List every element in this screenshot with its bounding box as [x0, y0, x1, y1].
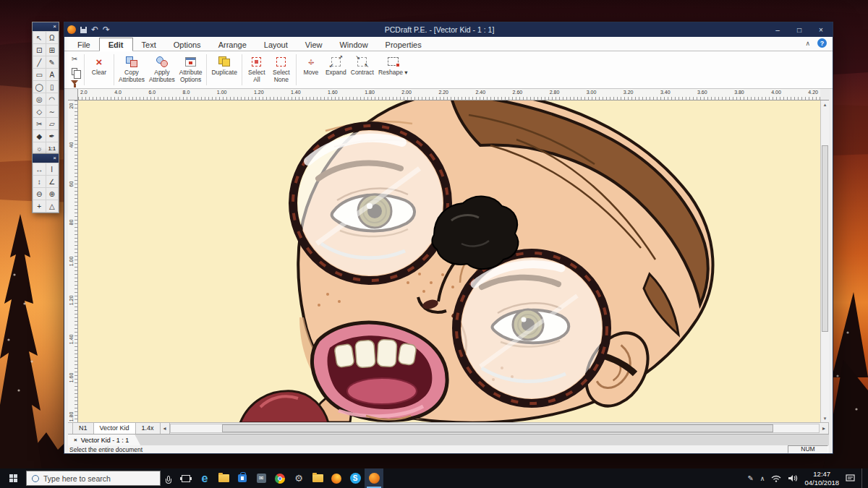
minimize-button[interactable]: – [769, 26, 786, 34]
apply-attributes-button[interactable]: ApplyAttributes [147, 53, 177, 87]
move-button[interactable]: ↔↕ Move [299, 53, 323, 87]
page-tab[interactable]: Vector Kid [94, 423, 136, 434]
crosshair-tool[interactable]: + [33, 200, 46, 212]
clear-button[interactable]: × Clear [87, 53, 111, 87]
zoom-level[interactable]: 1.4x [136, 423, 161, 434]
freehand-tool[interactable]: ✎ [46, 56, 59, 68]
taskbar-app-store[interactable] [233, 468, 252, 488]
measure-vertical-tool[interactable]: ↕ [33, 176, 46, 187]
pan-tool[interactable]: ⊞ [46, 44, 59, 56]
select-none-button[interactable]: SelectNone [269, 53, 294, 87]
title-bar[interactable]: ↶ ↷ PCDraft P.E. - [Vector Kid - 1 : 1] … [64, 22, 833, 37]
tab-view[interactable]: View [297, 38, 331, 51]
drawing-canvas[interactable] [78, 100, 820, 422]
actual-size-tool[interactable]: 1:1 [46, 142, 59, 154]
taskbar-app-settings[interactable]: ⚙ [289, 468, 308, 488]
taskbar-app-skype[interactable]: S [346, 468, 365, 488]
filter-icon[interactable] [71, 80, 78, 85]
reshape-button[interactable]: Reshape ▾ [376, 53, 410, 87]
action-center-icon[interactable] [846, 474, 855, 482]
palette-title-bar[interactable]: × [33, 154, 59, 163]
cut-icon[interactable]: ✂ [72, 55, 77, 63]
curve-tool[interactable]: ∼ [46, 106, 59, 117]
taskbar-app-pcdraft[interactable] [365, 468, 383, 488]
select-tool[interactable]: ↖ [33, 32, 46, 43]
close-icon[interactable]: × [53, 155, 56, 161]
redo-icon[interactable]: ↷ [103, 25, 110, 34]
task-view-button[interactable] [176, 468, 195, 488]
contract-button[interactable]: ↘↖ Contract [349, 53, 376, 87]
circle-tool[interactable]: ◎ [33, 93, 46, 105]
tab-edit[interactable]: Edit [99, 38, 133, 51]
measure-horizontal-tool[interactable]: ↔ [33, 163, 46, 175]
help-button[interactable]: ? [817, 38, 827, 48]
scroll-left-icon[interactable]: ◂ [161, 423, 170, 434]
taskbar-app-mail[interactable]: ✉ [252, 468, 271, 488]
copy-icon[interactable] [72, 68, 77, 75]
ribbon-collapse-icon[interactable]: ∧ [805, 40, 810, 47]
tab-properties[interactable]: Properties [377, 38, 430, 51]
tab-text[interactable]: Text [133, 38, 165, 51]
tab-options[interactable]: Options [165, 38, 210, 51]
line-tool[interactable]: ╱ [33, 56, 46, 68]
tab-window[interactable]: Window [331, 38, 376, 51]
triangle-tool[interactable]: △ [46, 200, 59, 212]
vertical-scroll-thumb[interactable] [822, 145, 828, 332]
knife-tool[interactable]: ✂ [33, 118, 46, 129]
start-button[interactable] [0, 468, 26, 488]
close-button[interactable]: × [812, 26, 830, 34]
text-tool[interactable]: A [46, 69, 59, 80]
angle-tool[interactable]: ∠ [46, 176, 59, 187]
show-desktop-button[interactable] [861, 468, 864, 488]
arc-tool[interactable]: ◠ [46, 93, 59, 105]
fill-tool[interactable]: ◆ [33, 130, 46, 142]
select-all-button[interactable]: SelectAll [244, 53, 269, 87]
page-splitter[interactable] [68, 423, 73, 434]
maximize-button[interactable]: □ [791, 26, 808, 34]
tab-file[interactable]: File [69, 38, 99, 51]
zoom-out-tool[interactable]: ⊖ [33, 188, 46, 200]
microphone-button[interactable] [161, 468, 176, 488]
duplicate-button[interactable]: Duplicate [209, 53, 239, 87]
horizontal-scrollbar[interactable] [170, 424, 820, 433]
tab-layout[interactable]: Layout [255, 38, 297, 51]
rectangle-tool[interactable]: ▭ [33, 69, 46, 80]
close-document-icon[interactable]: × [74, 437, 77, 443]
undo-icon[interactable]: ↶ [91, 25, 98, 34]
search-input[interactable]: Type here to search [26, 471, 161, 486]
copy-attributes-button[interactable]: CopyAttributes [116, 53, 147, 87]
scroll-up-icon[interactable]: ▴ [821, 100, 829, 108]
taskbar-app-file-explorer[interactable] [214, 468, 233, 488]
taskbar-app-edge[interactable]: e [195, 468, 214, 488]
polygon-tool[interactable]: ◇ [33, 106, 46, 117]
expand-button[interactable]: ↗↙ Expand [323, 53, 349, 87]
taskbar-clock[interactable]: 12:47 04/10/2018 [804, 470, 839, 487]
marquee-tool[interactable]: ⊡ [33, 44, 46, 56]
taskbar-app-chrome[interactable] [271, 468, 289, 488]
palette-title-bar[interactable]: × [33, 22, 59, 31]
tab-arrange[interactable]: Arrange [210, 38, 255, 51]
zoom-in-tool[interactable]: ⊕ [46, 188, 59, 200]
text-cursor-tool[interactable]: I [46, 163, 59, 175]
horizontal-scroll-thumb[interactable] [222, 424, 773, 432]
taskbar-app-folder[interactable] [308, 468, 327, 488]
vertical-scrollbar[interactable]: ▴ ▾ [820, 100, 829, 422]
scroll-down-icon[interactable]: ▾ [821, 414, 829, 422]
lasso-tool[interactable]: Ω [46, 32, 59, 43]
close-icon[interactable]: × [53, 24, 56, 30]
save-icon[interactable] [80, 27, 87, 33]
document-tab[interactable]: × Vector Kid - 1 : 1 [68, 435, 140, 445]
status-message: Select the entire document [68, 446, 788, 453]
attribute-options-button[interactable]: AttributeOptions [177, 53, 205, 87]
eyedropper-tool[interactable]: ✒ [46, 130, 59, 142]
hidden-icons-chevron[interactable]: ∧ [760, 475, 765, 482]
eraser-tool[interactable]: ▱ [46, 118, 59, 129]
volume-icon[interactable] [788, 474, 798, 482]
rounded-rectangle-tool[interactable]: ▯ [46, 81, 59, 93]
taskbar-app-firefox[interactable] [327, 468, 346, 488]
wifi-icon[interactable] [771, 475, 781, 482]
scroll-right-icon[interactable]: ▸ [820, 423, 829, 434]
pen-icon[interactable]: ✎ [747, 474, 753, 482]
ellipse-tool[interactable]: ◯ [33, 81, 46, 93]
lamp-tool[interactable]: ☼ [33, 142, 46, 154]
